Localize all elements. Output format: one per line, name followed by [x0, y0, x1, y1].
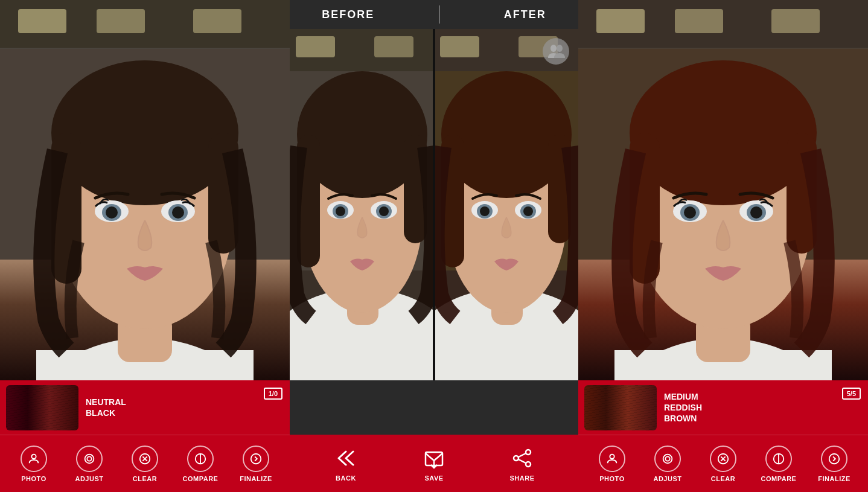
svg-point-91: [663, 454, 672, 463]
svg-point-88: [684, 206, 696, 219]
svg-rect-2: [97, 9, 145, 33]
right-adjust-icon: [654, 446, 681, 472]
left-nav-photo[interactable]: PHOTO: [13, 446, 55, 482]
left-nav-clear[interactable]: CLEAR: [124, 446, 166, 482]
svg-point-62: [550, 45, 557, 52]
right-photo-area: [578, 0, 868, 380]
svg-point-20: [85, 454, 94, 463]
svg-point-27: [251, 453, 261, 464]
center-dark-area: [290, 380, 578, 435]
center-nav-back[interactable]: BACK: [325, 445, 367, 482]
after-face-svg: [434, 29, 578, 380]
left-finalize-icon: [243, 446, 269, 472]
left-adjust-icon: [76, 446, 103, 472]
chevron-right-circle-icon: [249, 452, 263, 465]
svg-point-66: [526, 450, 531, 455]
right-bottom-bar: MEDIUM REDDISH BROWN 5/5 PHOTO: [578, 380, 868, 492]
right-chevron-right-circle-icon: [828, 452, 841, 465]
share-nodes-icon: [511, 447, 533, 469]
left-finalize-label: FINALIZE: [240, 475, 272, 482]
svg-rect-73: [675, 9, 723, 33]
left-photo-label: PHOTO: [21, 475, 46, 482]
right-hair-swatch: MEDIUM REDDISH BROWN 5/5: [578, 380, 868, 435]
right-swatch-name-line1: MEDIUM: [664, 391, 702, 402]
right-photo-icon: [599, 446, 625, 472]
compare-split-line: [433, 29, 435, 380]
right-finalize-label: FINALIZE: [818, 475, 850, 482]
svg-rect-3: [193, 9, 241, 33]
right-nav-compare[interactable]: COMPARE: [758, 446, 800, 482]
left-compare-label: COMPARE: [183, 475, 219, 482]
person-icon: [27, 452, 40, 465]
left-photo-icon: [21, 446, 47, 472]
left-swatch-name-line1: NEUTRAL: [86, 397, 126, 407]
right-swatch-name-line3: BROWN: [664, 413, 702, 424]
right-clear-icon: [710, 446, 736, 472]
right-finalize-icon: [821, 446, 847, 472]
left-swatch-badge: 1/0: [264, 388, 282, 400]
right-nav-photo[interactable]: PHOTO: [591, 446, 633, 482]
svg-point-19: [31, 454, 36, 458]
half-circle-icon: [194, 452, 207, 465]
right-adjust-label: ADJUST: [653, 475, 681, 482]
right-compare-label: COMPARE: [761, 475, 797, 482]
right-person-icon: [605, 452, 619, 465]
left-nav-compare[interactable]: COMPARE: [179, 446, 222, 482]
left-photo-area: [0, 0, 290, 380]
svg-rect-30: [374, 36, 413, 57]
svg-point-60: [480, 206, 490, 216]
save-label: SAVE: [424, 474, 443, 482]
right-nav-adjust[interactable]: ADJUST: [646, 446, 689, 482]
left-hair-swatch: NEUTRAL BLACK 1/0: [0, 380, 290, 435]
back-icon: [333, 445, 359, 471]
svg-point-68: [526, 462, 531, 467]
center-header: BEFORE AFTER: [290, 0, 578, 29]
svg-rect-1: [18, 9, 66, 33]
right-nav-bar: PHOTO ADJUST: [578, 435, 868, 492]
right-clear-label: CLEAR: [711, 475, 735, 482]
left-swatch-image: [6, 385, 78, 430]
right-brush-icon: [661, 452, 674, 465]
center-nav-bar: BACK SAVE: [290, 435, 578, 492]
center-nav-save[interactable]: SAVE: [413, 445, 455, 482]
right-nav-clear[interactable]: CLEAR: [702, 446, 744, 482]
person-silhouette-icon: [547, 42, 565, 60]
share-label: SHARE: [509, 474, 534, 482]
before-label: BEFORE: [322, 8, 374, 21]
back-label: BACK: [336, 474, 356, 482]
svg-point-18: [172, 206, 184, 219]
svg-rect-72: [596, 9, 645, 33]
right-swatch-info: MEDIUM REDDISH BROWN: [664, 391, 702, 424]
center-panel: BEFORE AFTER: [290, 0, 578, 492]
svg-rect-74: [771, 9, 820, 33]
person-overlay-icon[interactable]: [543, 38, 569, 65]
svg-point-43: [336, 206, 345, 216]
svg-point-90: [610, 454, 614, 458]
svg-point-67: [514, 456, 519, 461]
right-photo-label: PHOTO: [599, 475, 624, 482]
svg-point-21: [87, 456, 91, 461]
svg-point-17: [106, 206, 118, 219]
compare-area: [290, 29, 578, 380]
left-swatch-info: NEUTRAL BLACK: [86, 397, 126, 418]
svg-rect-46: [440, 36, 479, 57]
left-compare-icon: [187, 446, 214, 472]
left-nav-adjust[interactable]: ADJUST: [68, 446, 110, 482]
svg-line-69: [519, 453, 526, 457]
svg-point-44: [379, 206, 389, 216]
left-adjust-label: ADJUST: [75, 475, 103, 482]
svg-line-70: [519, 459, 526, 463]
save-envelope-icon: [423, 447, 445, 469]
right-swatch-name-line2: REDDISH: [664, 402, 702, 413]
svg-rect-29: [296, 36, 335, 57]
left-clear-icon: [132, 446, 158, 472]
right-nav-finalize[interactable]: FINALIZE: [813, 446, 855, 482]
after-photo: [434, 29, 578, 380]
center-nav-share[interactable]: SHARE: [501, 445, 543, 482]
left-nav-finalize[interactable]: FINALIZE: [235, 446, 277, 482]
before-photo: [290, 29, 434, 380]
left-bottom-bar: NEUTRAL BLACK 1/0 PHOTO: [0, 380, 290, 492]
left-face-svg: [0, 0, 290, 380]
svg-point-89: [750, 206, 762, 219]
after-label: AFTER: [504, 8, 546, 21]
